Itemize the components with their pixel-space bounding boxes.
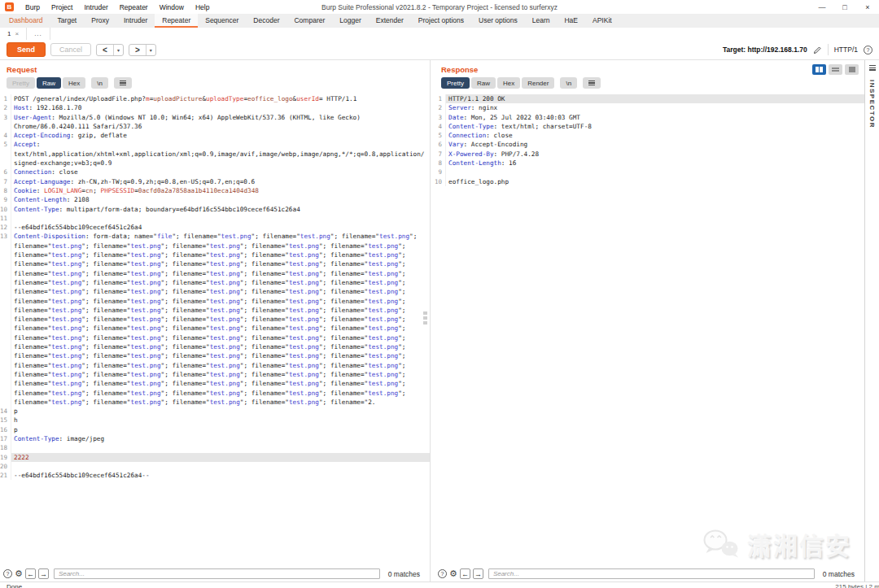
view-tab-pretty[interactable]: Pretty <box>7 77 35 89</box>
send-button[interactable]: Send <box>7 42 46 57</box>
editor-line: 6Vary: Accept-Encoding <box>435 140 864 149</box>
tab-extender[interactable]: Extender <box>369 14 411 28</box>
line-text: 2222 <box>11 453 430 462</box>
maximize-icon[interactable]: □ <box>833 0 856 14</box>
line-number: 5 <box>0 140 11 168</box>
tab-project-options[interactable]: Project options <box>411 14 471 28</box>
line-number: 8 <box>435 159 446 168</box>
layout-single-icon[interactable] <box>845 64 859 75</box>
editor-line: 9Content-Length: 2108 <box>0 195 430 204</box>
editor-line: 17Content-Type: image/jpeg <box>0 434 430 443</box>
tab-dashboard[interactable]: Dashboard <box>2 14 50 28</box>
response-match-count: 0 matches <box>817 570 860 578</box>
view-tab-n[interactable]: \n <box>91 77 108 89</box>
response-search-input[interactable] <box>488 568 815 579</box>
titlebar: B BurpProjectIntruderRepeaterWindowHelp … <box>0 0 879 14</box>
view-tab-raw[interactable]: Raw <box>37 77 61 89</box>
line-number: 10 <box>0 205 11 214</box>
editor-line: 4Accept-Encoding: gzip, deflate <box>0 131 430 140</box>
main-tab-bar: DashboardTargetProxyIntruderRepeaterSequ… <box>0 14 879 28</box>
view-tab-hex[interactable]: Hex <box>497 77 520 89</box>
line-number: 1 <box>0 94 11 103</box>
editor-menu-icon[interactable] <box>583 77 601 89</box>
line-number: 1 <box>435 94 446 103</box>
cancel-button[interactable]: Cancel <box>50 43 91 56</box>
tab-decoder[interactable]: Decoder <box>246 14 286 28</box>
help-icon[interactable]: ? <box>864 46 872 54</box>
tab-proxy[interactable]: Proxy <box>84 14 116 28</box>
line-text: p <box>11 425 430 434</box>
menu-help[interactable]: Help <box>190 3 215 11</box>
tab-apikit[interactable]: APIKit <box>585 14 619 28</box>
status-text: Done <box>7 583 22 588</box>
view-tab-raw[interactable]: Raw <box>471 77 496 89</box>
inspector-label[interactable]: INSPECTOR <box>868 80 876 128</box>
http-version-selector[interactable]: HTTP/1 <box>834 46 858 54</box>
close-icon[interactable]: × <box>856 0 879 14</box>
menu-window[interactable]: Window <box>154 3 190 11</box>
tab-user-options[interactable]: User options <box>471 14 525 28</box>
response-view-tabs: PrettyRawHexRender\n <box>435 76 864 92</box>
search-settings-icon[interactable]: ⚙ <box>15 569 23 578</box>
menu-project[interactable]: Project <box>46 3 78 11</box>
line-text: Content-Type: multipart/form-data; bound… <box>11 205 430 214</box>
response-title: Response <box>435 60 864 76</box>
line-text: h <box>11 416 430 425</box>
tab-target[interactable]: Target <box>50 14 85 28</box>
line-text: --e64bdf16c554bbc109cecef6451c26a4-- <box>11 471 430 480</box>
back-dropdown-icon[interactable]: ▾ <box>114 45 123 55</box>
view-tab-hex[interactable]: Hex <box>63 77 85 89</box>
inspector-menu-icon[interactable] <box>869 64 876 72</box>
request-search-input[interactable] <box>54 568 380 579</box>
tab-comparer[interactable]: Comparer <box>286 14 332 28</box>
search-next-icon[interactable]: → <box>38 568 49 579</box>
line-text: POST /general/index/UploadFile.php?m=upl… <box>11 94 430 103</box>
scrollbar-marks[interactable] <box>423 311 427 324</box>
repeater-toolbar: Send Cancel < ▾ > ▾ Target: http://192.1… <box>0 40 879 60</box>
line-number: 3 <box>435 113 446 122</box>
repeater-tab-label: 1 <box>7 30 11 37</box>
forward-dropdown-icon[interactable]: ▾ <box>146 45 155 55</box>
minimize-icon[interactable]: — <box>811 0 833 14</box>
tab-intruder[interactable]: Intruder <box>116 14 155 28</box>
tab-learn[interactable]: Learn <box>525 14 558 28</box>
menu-repeater[interactable]: Repeater <box>114 3 154 11</box>
line-number: 13 <box>0 232 11 407</box>
response-editor[interactable]: 1HTTP/1.1 200 OK2Server: nginx3Date: Mon… <box>435 92 864 568</box>
request-panel: Request PrettyRawHex\n 1POST /general/in… <box>0 60 430 581</box>
tab-sequencer[interactable]: Sequencer <box>198 14 246 28</box>
editor-line: 8Cookie: LOGIN_LANG=cn; PHPSESSID=0acfd0… <box>0 186 430 195</box>
tab-repeater[interactable]: Repeater <box>155 14 198 28</box>
menu-burp[interactable]: Burp <box>20 3 46 11</box>
editor-menu-icon[interactable] <box>114 77 132 89</box>
line-text: Cookie: LOGIN_LANG=cn; PHPSESSID=0acfd0a… <box>11 186 430 195</box>
search-prev-icon[interactable]: ← <box>25 568 36 579</box>
line-number: 2 <box>435 103 446 112</box>
layout-rows-icon[interactable] <box>829 64 842 75</box>
search-help-icon[interactable]: ? <box>3 569 12 578</box>
view-tab-render[interactable]: Render <box>522 77 554 89</box>
tab-logger[interactable]: Logger <box>332 14 368 28</box>
repeater-tab-more[interactable]: ... <box>27 28 50 40</box>
close-tab-icon[interactable]: × <box>15 30 19 37</box>
layout-columns-icon[interactable] <box>812 64 826 75</box>
line-number: 14 <box>0 407 11 416</box>
search-help-icon[interactable]: ? <box>438 569 447 578</box>
line-text: Date: Mon, 25 Jul 2022 03:40:03 GMT <box>446 113 864 122</box>
editor-line: 10Content-Type: multipart/form-data; bou… <box>0 205 430 214</box>
view-tab-pretty[interactable]: Pretty <box>441 77 470 89</box>
menu-intruder[interactable]: Intruder <box>78 3 113 11</box>
forward-button[interactable]: > <box>129 45 146 55</box>
editor-line: 2Host: 192.168.1.70 <box>0 103 430 112</box>
search-prev-icon[interactable]: ← <box>460 568 470 579</box>
search-next-icon[interactable]: → <box>473 568 483 579</box>
view-tab-n[interactable]: \n <box>560 77 577 89</box>
edit-pencil-icon[interactable] <box>813 46 822 54</box>
search-settings-icon[interactable]: ⚙ <box>449 569 457 578</box>
line-text: User-Agent: Mozilla/5.0 (Windows NT 10.0… <box>11 113 430 132</box>
tab-hae[interactable]: HaE <box>557 14 585 28</box>
back-button[interactable]: < <box>97 45 114 55</box>
repeater-tab-1[interactable]: 1 × <box>0 28 27 40</box>
layout-toggle-group <box>812 64 859 75</box>
request-editor[interactable]: 1POST /general/index/UploadFile.php?m=up… <box>0 92 430 568</box>
